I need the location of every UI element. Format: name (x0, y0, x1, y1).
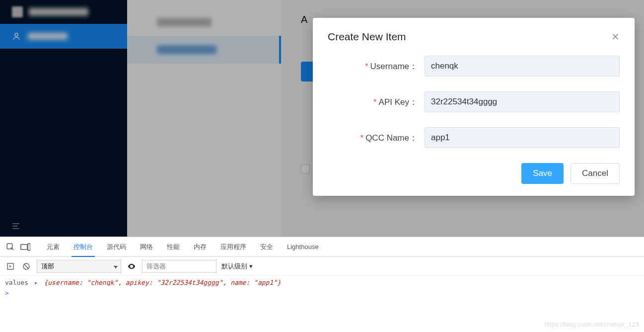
username-input[interactable] (425, 56, 620, 77)
clear-console-icon[interactable] (21, 261, 32, 272)
tab-lighthouse[interactable]: Lighthouse (282, 237, 324, 256)
cancel-button[interactable]: Cancel (571, 163, 620, 184)
console-log-line[interactable]: values ▸ {username: "chenqk", apikey: "3… (5, 279, 639, 286)
context-select[interactable]: 顶部 (37, 260, 121, 273)
save-button[interactable]: Save (521, 163, 564, 184)
tab-memory[interactable]: 内存 (189, 237, 212, 256)
device-toggle-icon[interactable] (20, 242, 31, 252)
svg-rect-2 (21, 245, 27, 249)
apikey-input[interactable] (425, 91, 620, 112)
svg-rect-3 (28, 244, 30, 250)
qccname-input[interactable] (425, 127, 620, 148)
inspect-icon[interactable] (5, 242, 16, 252)
devtools-panel: 元素 控制台 源代码 网络 性能 内存 应用程序 安全 Lighthouse 顶… (0, 237, 644, 332)
live-eye-icon[interactable] (126, 261, 137, 272)
apikey-label: *API Key： (328, 96, 425, 108)
tab-elements[interactable]: 元素 (42, 237, 65, 256)
username-label: *Username： (328, 61, 425, 72)
tab-application[interactable]: 应用程序 (215, 237, 251, 256)
tab-sources[interactable]: 源代码 (102, 237, 131, 256)
modal-title: Create New Item (328, 31, 406, 43)
console-prompt[interactable]: > (5, 289, 639, 297)
create-item-modal: Create New Item ✕ *Username： *API Key： *… (313, 18, 635, 196)
modal-close-button[interactable]: ✕ (611, 32, 620, 42)
devtools-tabs: 元素 控制台 源代码 网络 性能 内存 应用程序 安全 Lighthouse (0, 237, 644, 257)
filter-input[interactable] (142, 260, 216, 273)
tab-security[interactable]: 安全 (255, 237, 278, 256)
qccname-label: *QCC Name： (328, 132, 425, 144)
console-sidebar-icon[interactable] (5, 261, 16, 272)
tab-console[interactable]: 控制台 (69, 237, 98, 256)
tab-performance[interactable]: 性能 (162, 237, 185, 256)
close-icon: ✕ (611, 31, 620, 42)
watermark: https://blog.csdn.net/chenqk_123 (544, 321, 639, 328)
tab-network[interactable]: 网络 (135, 237, 158, 256)
log-level-select[interactable]: 默认级别 ▾ (221, 262, 253, 271)
console-toolbar: 顶部 默认级别 ▾ (0, 257, 644, 276)
